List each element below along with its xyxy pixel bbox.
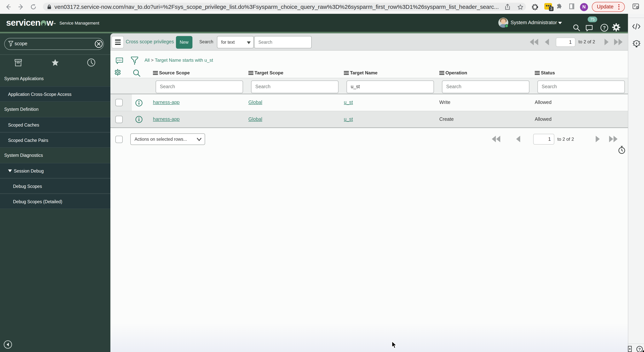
svg-text:?: ?	[638, 347, 641, 352]
svg-text:?: ?	[603, 25, 606, 30]
